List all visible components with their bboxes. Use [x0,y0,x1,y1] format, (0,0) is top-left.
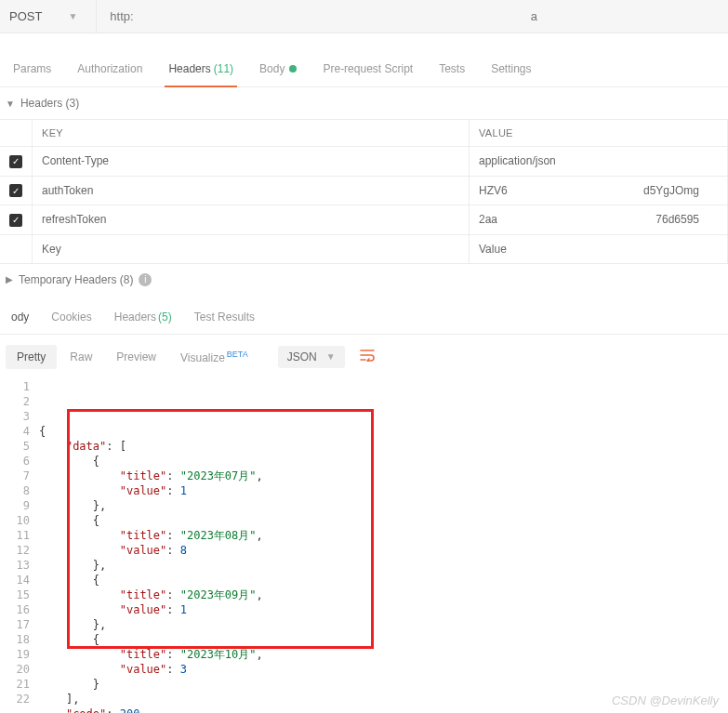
resp-tab-headers[interactable]: Headers(5) [103,310,183,323]
http-method-label: POST [9,9,42,23]
response-viewbar: Pretty Raw Preview VisualizeBETA JSON ▼ [0,335,728,379]
tab-params[interactable]: Params [0,50,64,86]
table-row[interactable]: ✓ authToken HZV6d5YgJOmg [0,176,728,205]
col-key: KEY [33,120,470,147]
checkbox-icon[interactable]: ✓ [9,184,22,197]
resp-tab-cookies[interactable]: Cookies [40,310,102,323]
temp-headers-title: Temporary Headers (8) [19,273,133,286]
line-gutter: 12345678910111213141516171819202122 [0,379,39,714]
wrap-lines-button[interactable] [360,349,377,365]
response-code-viewer[interactable]: 12345678910111213141516171819202122 { "d… [0,379,728,714]
tab-prerequest[interactable]: Pre-request Script [310,50,426,86]
headers-section-title: Headers (3) [20,97,79,110]
tab-tests[interactable]: Tests [426,50,478,86]
table-row[interactable]: ✓ refreshToken 2aa76d6595 [0,205,728,235]
checkbox-icon[interactable]: ✓ [9,214,22,227]
caret-down-icon: ▼ [68,11,77,21]
highlight-box [67,409,374,649]
headers-table: KEY VALUE ✓ Content-Type application/jso… [0,119,728,264]
tab-body[interactable]: Body [246,50,310,86]
watermark: CSDN @DevinKelly [612,693,719,707]
code-body[interactable]: { "data": [ { "title": "2023年07月", "valu… [39,379,728,714]
triangle-down-icon: ▼ [6,99,15,109]
tab-authorization[interactable]: Authorization [64,50,155,86]
url-input[interactable]: http: a [97,9,728,23]
view-visualize-button[interactable]: VisualizeBETA [169,344,259,370]
info-icon[interactable]: i [139,273,152,286]
request-tabs: Params Authorization Headers(11) Body Pr… [0,50,728,87]
tab-settings[interactable]: Settings [478,50,544,86]
col-value: VALUE [470,120,728,147]
view-preview-button[interactable]: Preview [105,345,167,369]
triangle-right-icon: ▶ [6,274,13,284]
http-method-dropdown[interactable]: POST ▼ [0,0,97,33]
resp-tab-body[interactable]: ody [0,310,40,323]
response-tabs: ody Cookies Headers(5) Test Results [0,301,728,335]
table-row-new[interactable]: Key Value [0,234,728,263]
resp-tab-test-results[interactable]: Test Results [183,310,266,323]
headers-section-toggle[interactable]: ▼ Headers (3) [0,87,728,119]
table-row[interactable]: ✓ Content-Type application/json [0,147,728,177]
caret-down-icon: ▼ [326,351,336,362]
body-changed-dot-icon [289,65,297,73]
checkbox-icon[interactable]: ✓ [9,155,22,168]
view-pretty-button[interactable]: Pretty [6,345,57,369]
tab-headers[interactable]: Headers(11) [155,50,246,86]
format-dropdown[interactable]: JSON ▼ [278,346,345,368]
temp-headers-toggle[interactable]: ▶ Temporary Headers (8) i [0,264,728,296]
view-raw-button[interactable]: Raw [59,345,103,369]
